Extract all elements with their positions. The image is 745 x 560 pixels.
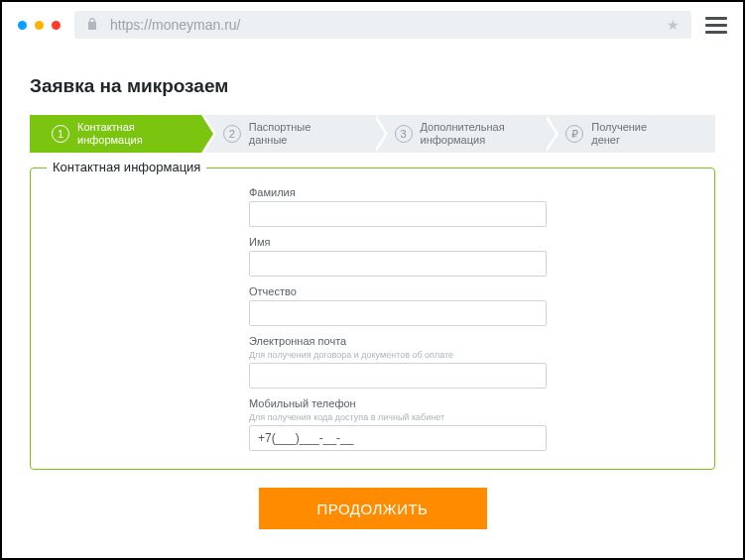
hint-phone: Для получения кода доступа в личный каби… — [249, 412, 547, 422]
input-middlename[interactable] — [249, 300, 547, 326]
label-lastname: Фамилия — [249, 186, 547, 198]
window-controls — [18, 21, 61, 30]
ruble-icon: ₽ — [565, 125, 583, 143]
step-indicator: 1 Контактнаяинформация 2 Паспортныеданны… — [30, 115, 715, 153]
url-bar[interactable]: https://moneyman.ru/ ★ — [74, 11, 691, 39]
menu-icon[interactable] — [705, 17, 727, 34]
step-passport[interactable]: 2 Паспортныеданные — [201, 115, 373, 153]
fieldset-legend: Контактная информация — [47, 160, 206, 174]
field-middlename: Отчество — [249, 285, 547, 326]
hint-email: Для получения договора и документов об о… — [249, 350, 547, 360]
step-number: 3 — [395, 125, 413, 143]
field-lastname: Фамилия — [249, 186, 547, 227]
step-number: 2 — [223, 125, 241, 143]
label-phone: Мобильный телефон — [249, 397, 547, 409]
input-email[interactable] — [249, 363, 547, 389]
window-dot[interactable] — [35, 21, 44, 30]
label-firstname: Имя — [249, 236, 547, 248]
field-email: Электронная почта Для получения договора… — [249, 335, 547, 389]
continue-button[interactable]: ПРОДОЛЖИТЬ — [259, 488, 487, 529]
step-label: Получениеденег — [591, 121, 647, 146]
step-label: Дополнительнаяинформация — [421, 121, 505, 146]
label-middlename: Отчество — [249, 285, 547, 297]
submit-area: ПРОДОЛЖИТЬ — [30, 488, 715, 529]
page-content: Заявка на микрозаем 1 Контактнаяинформац… — [2, 48, 743, 529]
browser-chrome: https://moneyman.ru/ ★ — [2, 2, 743, 48]
contact-form-fieldset: Контактная информация Фамилия Имя Отчест… — [30, 168, 715, 470]
url-text: https://moneyman.ru/ — [110, 17, 241, 33]
star-icon[interactable]: ★ — [667, 17, 680, 33]
app-window: https://moneyman.ru/ ★ Заявка на микроза… — [0, 0, 745, 560]
window-dot[interactable] — [18, 21, 27, 30]
step-receive-money[interactable]: ₽ Получениеденег — [544, 115, 715, 153]
step-contact-info[interactable]: 1 Контактнаяинформация — [30, 115, 201, 153]
window-dot[interactable] — [52, 21, 61, 30]
step-additional[interactable]: 3 Дополнительнаяинформация — [373, 115, 545, 153]
step-label: Контактнаяинформация — [77, 121, 143, 146]
lock-icon — [86, 17, 98, 34]
input-lastname[interactable] — [249, 201, 547, 227]
field-phone: Мобильный телефон Для получения кода дос… — [249, 397, 547, 451]
input-phone[interactable] — [249, 425, 547, 451]
step-label: Паспортныеданные — [249, 121, 311, 146]
input-firstname[interactable] — [249, 251, 547, 277]
label-email: Электронная почта — [249, 335, 547, 347]
field-firstname: Имя — [249, 236, 547, 277]
step-number: 1 — [52, 125, 69, 143]
page-title: Заявка на микрозаем — [30, 75, 715, 97]
